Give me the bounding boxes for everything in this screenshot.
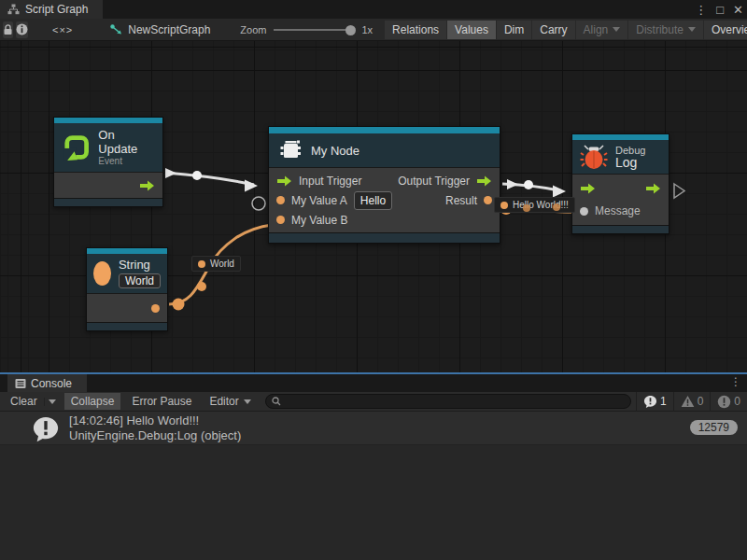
error-pause-button[interactable]: Error Pause bbox=[125, 393, 198, 410]
align-label: Align bbox=[584, 23, 609, 36]
value-in-port[interactable] bbox=[276, 216, 285, 224]
lock-button[interactable] bbox=[3, 21, 13, 38]
wire-value-bubble: World bbox=[191, 256, 241, 272]
node-my-node[interactable]: My Node Input Trigger Output Trigger My … bbox=[268, 126, 500, 244]
trigger-out-port[interactable] bbox=[645, 183, 661, 194]
node-footer bbox=[572, 225, 669, 233]
log-line-2: UnityEngine.Debug:Log (object) bbox=[69, 428, 241, 443]
message-in-port[interactable] bbox=[580, 207, 588, 216]
caret-down-icon bbox=[49, 399, 56, 404]
clear-dropdown-button[interactable] bbox=[44, 398, 60, 406]
node-footer bbox=[54, 198, 162, 206]
trigger-in-port[interactable] bbox=[580, 183, 596, 194]
log-entry[interactable]: [14:02:46] Hello World!!! UnityEngine.De… bbox=[0, 412, 747, 445]
unity-window: Script Graph ⋮ □ ✕ <×> bbox=[0, 0, 747, 560]
console-search[interactable] bbox=[265, 394, 631, 409]
error-count: 0 bbox=[734, 395, 740, 408]
caret-down-icon bbox=[244, 399, 251, 404]
node-subtitle: Log bbox=[615, 156, 645, 170]
values-button[interactable]: Values bbox=[447, 21, 496, 39]
value-out-port[interactable] bbox=[484, 196, 492, 204]
warning-count: 0 bbox=[698, 395, 704, 408]
info-count-badge[interactable]: 1 bbox=[636, 392, 673, 412]
align-button[interactable]: Align bbox=[576, 21, 628, 39]
error-pause-label: Error Pause bbox=[132, 395, 191, 408]
zoom-value: 1x bbox=[361, 24, 373, 35]
dim-button[interactable]: Dim bbox=[497, 21, 531, 39]
port-label: My Value B bbox=[291, 214, 347, 227]
string-type-icon bbox=[93, 261, 111, 286]
distribute-label: Distribute bbox=[636, 23, 684, 36]
bubble-text: World bbox=[210, 259, 234, 269]
info-count: 1 bbox=[660, 395, 667, 408]
wire-value-bubble: Hello World!!! bbox=[494, 197, 575, 213]
error-icon bbox=[717, 395, 731, 409]
info-button[interactable] bbox=[16, 21, 28, 38]
collapse-button[interactable]: Collapse bbox=[64, 393, 121, 410]
tab-console[interactable]: Console bbox=[7, 374, 87, 392]
value-a-input[interactable]: Hello bbox=[354, 191, 392, 210]
node-header: String World bbox=[87, 254, 167, 293]
node-header: On Update Event bbox=[54, 123, 162, 172]
value-in-port[interactable] bbox=[276, 196, 285, 204]
node-debug-log[interactable]: Debug Log Message bbox=[571, 133, 669, 234]
carry-button[interactable]: Carry bbox=[532, 21, 574, 39]
console-panel: Console ⋮ Clear Collapse Error Pause Edi… bbox=[0, 372, 747, 560]
caret-down-icon bbox=[613, 27, 620, 32]
window-menu-icon[interactable]: ⋮ bbox=[695, 3, 707, 17]
node-title: My Node bbox=[311, 144, 359, 158]
console-menu-icon[interactable]: ⋮ bbox=[730, 375, 741, 388]
values-label: Values bbox=[455, 23, 488, 36]
trigger-in-port[interactable] bbox=[276, 175, 292, 187]
graph-canvas[interactable]: On Update Event bbox=[0, 41, 747, 372]
node-title: On Update bbox=[98, 128, 154, 156]
value-out-port[interactable] bbox=[151, 304, 160, 313]
window-tab-bar: Script Graph ⋮ □ ✕ bbox=[0, 0, 747, 19]
code-view-button[interactable]: <×> bbox=[52, 21, 73, 38]
graph-toolbar: <×> NewScriptGraph Zoom 1x Relations Val… bbox=[0, 19, 747, 41]
search-input[interactable] bbox=[285, 396, 625, 407]
tab-title: Script Graph bbox=[25, 3, 88, 16]
console-log-list[interactable]: [14:02:46] Hello World!!! UnityEngine.De… bbox=[0, 412, 747, 560]
close-icon[interactable]: ✕ bbox=[733, 3, 743, 17]
clear-button[interactable]: Clear bbox=[4, 393, 44, 410]
trigger-out-port[interactable] bbox=[476, 175, 492, 187]
graph-icon bbox=[7, 4, 20, 15]
node-title: Debug bbox=[615, 145, 645, 156]
value-dot-icon bbox=[500, 202, 508, 209]
bubble-text: Hello World!!! bbox=[513, 200, 569, 210]
console-tab-bar: Console ⋮ bbox=[0, 374, 747, 392]
value-dot-icon bbox=[553, 203, 560, 211]
trigger-out-port[interactable] bbox=[139, 180, 155, 191]
overview-label: Overview bbox=[712, 23, 747, 36]
graph-breadcrumb[interactable]: NewScriptGraph bbox=[110, 23, 210, 36]
node-subtitle: Event bbox=[98, 156, 154, 167]
console-list-icon bbox=[15, 378, 26, 389]
value-dot-icon bbox=[523, 204, 530, 212]
string-value-input[interactable]: World bbox=[119, 273, 161, 288]
distribute-button[interactable]: Distribute bbox=[628, 21, 703, 39]
code-icon: <×> bbox=[52, 24, 73, 35]
node-color-strip bbox=[269, 127, 500, 133]
node-body bbox=[87, 293, 167, 322]
graph-name: NewScriptGraph bbox=[128, 23, 210, 36]
overview-button[interactable]: Overview bbox=[704, 21, 747, 39]
port-label: My Value A bbox=[291, 194, 347, 207]
machine-node-icon bbox=[277, 138, 303, 162]
log-line-1: [14:02:46] Hello World!!! bbox=[69, 413, 241, 428]
info-icon bbox=[16, 23, 28, 35]
warning-count-badge[interactable]: 0 bbox=[673, 392, 711, 412]
relations-button[interactable]: Relations bbox=[385, 21, 446, 39]
zoom-slider-handle[interactable] bbox=[345, 25, 356, 35]
node-on-update[interactable]: On Update Event bbox=[53, 117, 163, 207]
editor-dropdown-button[interactable]: Editor bbox=[203, 393, 257, 410]
zoom-slider[interactable] bbox=[274, 29, 354, 31]
node-string[interactable]: String World bbox=[86, 247, 168, 331]
error-count-badge[interactable]: 0 bbox=[710, 392, 747, 412]
port-label: Result bbox=[445, 194, 477, 207]
maximize-icon[interactable]: □ bbox=[716, 3, 724, 17]
tab-script-graph[interactable]: Script Graph bbox=[0, 0, 103, 19]
node-body bbox=[54, 172, 162, 198]
script-graph-icon bbox=[110, 24, 122, 35]
collapse-count-badge: 12579 bbox=[690, 420, 738, 435]
